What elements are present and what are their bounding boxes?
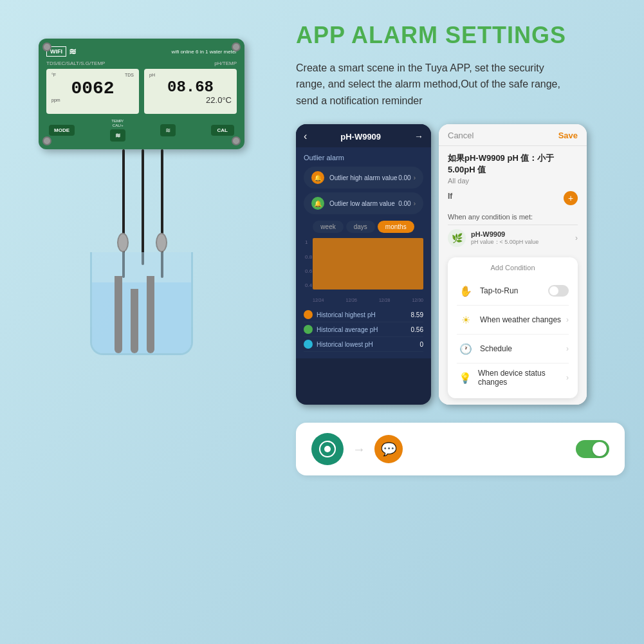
alarm-low-label: Outlier low alarm value — [329, 200, 395, 207]
weather-label: When weather changes — [480, 315, 561, 324]
tab-months[interactable]: months — [378, 221, 414, 233]
device-screens: °F TDS 0062 ppm pH 08.68 22.0°C — [46, 69, 237, 114]
device-title: wifi online 6 in 1 water meter — [172, 49, 237, 55]
cond-tap-to-run[interactable]: ✋ Tap-to-Run — [457, 277, 569, 306]
mode-button[interactable]: MODE — [49, 125, 75, 136]
chat-bubble-icon: 💬 — [374, 435, 403, 463]
device-row[interactable]: 🌿 pH-W9909 pH value：< 5.00pH value › — [448, 225, 578, 251]
stats-rows: Historical highest pH 8.59 Historical av… — [304, 308, 423, 352]
weather-icon: ☀ — [457, 311, 475, 329]
phone-dark-title: pH-W9909 — [340, 132, 381, 142]
chart-area: 1 0.8 0.6 0.4 12/24 12/26 12/28 12/30 — [304, 238, 423, 302]
menu-button[interactable]: → — [414, 131, 423, 142]
phone-dark-body: Outlier alarm 🔔 Outlier high alarm value… — [296, 147, 431, 358]
back-button[interactable]: ‹ — [304, 131, 307, 142]
description-text: Create a smart scene in the Tuya APP, se… — [296, 60, 566, 109]
stat-row-low: Historical lowest pH 0 — [304, 337, 423, 352]
water-level — [92, 282, 191, 353]
tap-run-toggle[interactable] — [548, 285, 569, 297]
stat-label-low: Historical lowest pH — [317, 341, 373, 348]
page-title: APP ALARM SETTINGS — [296, 23, 625, 48]
device-buttons: MODE TEMP/CAL/+ ≋ ≋ CAL — [46, 119, 237, 142]
screw-tl — [42, 42, 51, 51]
add-condition-plus[interactable]: + — [564, 191, 578, 205]
alarm-high-arrow: › — [414, 174, 416, 181]
cal-button[interactable]: CAL — [211, 125, 234, 136]
connector-left — [117, 233, 129, 252]
device-status-icon: 💡 — [457, 369, 473, 387]
alarm-low-row[interactable]: 🔔 Outlier low alarm value 0.00 › — [304, 192, 423, 214]
stat-label-high: Historical highest pH — [317, 311, 376, 318]
wifi-button[interactable]: ≋ — [160, 124, 176, 136]
tab-days[interactable]: days — [346, 221, 375, 233]
tuya-logo — [311, 433, 344, 465]
cables-beaker-area — [77, 149, 206, 355]
device-meter: WIFI ≋ wifi online 6 in 1 water meter TD… — [39, 39, 244, 149]
temp-cal-area: TEMP/CAL/+ ≋ — [110, 119, 125, 142]
screw-br — [232, 136, 241, 145]
left-screen-value: 0062 — [51, 80, 134, 98]
if-section: If + When any condition is met: 🌿 pH-W99… — [448, 191, 578, 251]
device-status-arrow: › — [566, 373, 569, 382]
device-top-label: WIFI ≋ wifi online 6 in 1 water meter — [46, 46, 237, 57]
stat-label-avg: Historical average pH — [317, 326, 378, 333]
left-screen: °F TDS 0062 ppm — [46, 69, 139, 114]
alarm-high-icon: 🔔 — [311, 171, 324, 184]
alarm-high-label: Outlier high alarm value — [329, 174, 398, 181]
schedule-icon: 🕐 — [457, 340, 475, 358]
any-condition-row: When any condition is met: — [448, 209, 578, 225]
device-status-label: When device status changes — [478, 369, 566, 387]
probe-right — [147, 276, 154, 353]
stat-row-avg: Historical average pH 0.56 — [304, 322, 423, 337]
temp-cal-button[interactable]: ≋ — [110, 129, 125, 142]
device-row-arrow: › — [575, 234, 578, 243]
stat-value-low: 0 — [419, 341, 423, 348]
connector-right — [156, 233, 167, 252]
device-sub: pH value：< 5.00pH value — [471, 238, 570, 246]
right-screen-top-label: pH — [149, 73, 232, 77]
enable-toggle[interactable] — [576, 440, 609, 458]
phone-white-header: Cancel Save — [439, 124, 587, 146]
probe-left — [115, 276, 122, 353]
schedule-label: Schedule — [480, 344, 512, 353]
phone-dark: ‹ pH-W9909 → Outlier alarm 🔔 Outlier hig… — [296, 124, 431, 405]
if-label: If — [448, 192, 452, 201]
phone-white: Cancel Save 如果pH-W9909 pH 值：小于 5.00pH 值 … — [439, 124, 587, 405]
condition-title: 如果pH-W9909 pH 值：小于 5.00pH 值 — [448, 152, 578, 176]
toggle-dot — [593, 442, 607, 456]
schedule-arrow: › — [566, 344, 569, 353]
cancel-button[interactable]: Cancel — [448, 131, 474, 140]
left-screen-top-label: °F TDS — [51, 73, 134, 77]
screenshots-row: ‹ pH-W9909 → Outlier alarm 🔔 Outlier hig… — [296, 124, 625, 405]
alarm-high-row[interactable]: 🔔 Outlier high alarm value 0.00 › — [304, 167, 423, 189]
right-side: APP ALARM SETTINGS Create a smart scene … — [283, 0, 644, 644]
weather-arrow: › — [566, 315, 569, 324]
phone-dark-header: ‹ pH-W9909 → — [296, 124, 431, 147]
chart-bar — [313, 238, 423, 290]
right-screen: pH 08.68 22.0°C — [144, 69, 237, 114]
tab-week[interactable]: week — [313, 221, 343, 233]
stat-value-avg: 0.56 — [411, 326, 423, 333]
save-button[interactable]: Save — [558, 131, 578, 140]
phone-white-body: 如果pH-W9909 pH 值：小于 5.00pH 值 All day If +… — [439, 146, 587, 405]
screw-tr — [232, 42, 241, 51]
beaker — [90, 252, 193, 355]
svg-point-2 — [324, 446, 331, 452]
cond-schedule[interactable]: 🕐 Schedule › — [457, 335, 569, 363]
stat-value-high: 8.59 — [411, 311, 423, 318]
stat-dot-avg — [304, 325, 313, 334]
left-side: WIFI ≋ wifi online 6 in 1 water meter TD… — [0, 0, 283, 644]
cable-center — [142, 149, 144, 265]
flow-arrow: → — [353, 442, 365, 457]
right-screen-temp: 22.0°C — [149, 95, 232, 105]
any-condition-text: When any condition is met: — [448, 213, 533, 221]
outlier-title: Outlier alarm — [304, 154, 423, 161]
main-container: WIFI ≋ wifi online 6 in 1 water meter TD… — [0, 0, 644, 644]
bottom-card: → 💬 — [296, 423, 625, 475]
cond-weather[interactable]: ☀ When weather changes › — [457, 306, 569, 335]
cond-device-status[interactable]: 💡 When device status changes › — [457, 363, 569, 392]
alarm-low-value: 0.00 — [398, 200, 410, 207]
alarm-low-icon: 🔔 — [311, 197, 324, 210]
temp-cal-label: TEMP/CAL/+ — [111, 119, 123, 128]
chart-y-axis: 1 0.8 0.6 0.4 — [304, 238, 312, 290]
